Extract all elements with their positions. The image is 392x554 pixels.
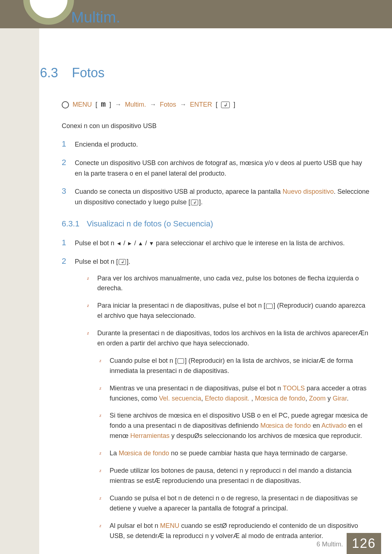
z-list: z Para ver los archivos manualmente, uno… — [87, 274, 370, 349]
step-number: 3 — [62, 186, 68, 208]
inner-z-item: z Cuando pulse el bot n [] (Reproducir) … — [99, 356, 370, 376]
menu-path: MENU [ m ] → Multim. → Fotos → ENTER [ ↲… — [62, 100, 370, 109]
arrow-3: → — [180, 101, 186, 108]
z-text: Para iniciar la presentaci n de diaposit… — [97, 301, 370, 321]
step-3: 3 Cuando se conecta un dispositivo USB a… — [62, 186, 370, 208]
inner-z-item: z La Mœsica de fondo no se puede cambiar… — [99, 448, 370, 459]
iz2-s4: y — [326, 395, 332, 402]
step3-before: Cuando se conecta un dispositivo USB al … — [75, 188, 282, 195]
z-bullet: z — [99, 493, 103, 514]
step-text: Cuando se conecta un dispositivo USB al … — [75, 186, 370, 208]
iz2-s3: , — [305, 395, 309, 402]
step3-tail: ]. — [199, 198, 203, 206]
subsection-title: Visualizaci n de fotos (o Secuencia) — [87, 219, 213, 229]
step-list: 1 Encienda el producto. 2 Conecte un dis… — [62, 139, 370, 208]
iz2-h2: Efecto diaposit. — [205, 395, 249, 402]
iz7-pre: Al pulsar el bot n — [110, 522, 160, 529]
iz3-h2: Activado — [321, 422, 346, 429]
z-bullet: z — [99, 411, 103, 441]
enter-icon: ↲ — [191, 200, 198, 205]
z-text: Mientras ve una presentaci n de diaposit… — [110, 383, 370, 404]
sub-step-list: 1 Pulse el bot n ◄ / ► / ▲ / ▼ para sele… — [62, 238, 370, 548]
menu-label: MENU — [73, 101, 92, 108]
bracket-close-2: ] — [233, 101, 235, 108]
inner-z-item: z Puede utilizar los botones de pausa, d… — [99, 466, 370, 486]
inner-z-item: z Si tiene archivos de mœsica en el disp… — [99, 411, 370, 441]
bracket-close: ] — [109, 101, 111, 108]
page-number: 126 — [347, 533, 381, 554]
section-number: 6.3 — [40, 65, 62, 81]
step-text: Conecte un dispositivo USB con archivos … — [75, 158, 370, 179]
step-number: 1 — [62, 139, 68, 150]
z-text: Si tiene archivos de mœsica en el dispos… — [110, 411, 370, 441]
step-number: 2 — [62, 257, 68, 549]
inner-z-item: z Cuando se pulsa el bot n de detenci n … — [99, 493, 370, 514]
z-text: La Mœsica de fondo no se puede cambiar h… — [110, 448, 347, 459]
footer-label: 6 Multim. — [317, 541, 343, 548]
bracket-open-2: [ — [216, 101, 217, 108]
play-icon — [266, 304, 273, 309]
iz2-h1: Vel. secuencia — [159, 395, 201, 402]
step-text: Encienda el producto. — [75, 139, 138, 150]
z-bullet: z — [99, 383, 103, 404]
iz3-m1: en — [311, 422, 321, 429]
substep2-after: ]. — [127, 258, 130, 265]
inner-z-list: z Cuando pulse el bot n [] (Reproducir) … — [99, 356, 370, 541]
path-multim: Multim. — [125, 101, 146, 108]
iz4-h1: Mœsica de fondo — [119, 450, 169, 457]
section-header: 6.3 Fotos — [40, 65, 370, 81]
step-number: 2 — [62, 158, 68, 179]
z-text: Puede utilizar los botones de pausa, det… — [110, 466, 370, 486]
substep2-before: Pulse el bot n [ — [75, 258, 118, 265]
iz3-tail: y despuØs seleccionando los archivos de … — [170, 432, 362, 439]
step-2: 2 Conecte un dispositivo USB con archivo… — [62, 158, 370, 179]
z-text: Cuando pulse el bot n [] (Reproducir) en… — [110, 356, 370, 376]
z-bullet: z — [87, 274, 91, 294]
iz3-h1: Mœsica de fondo — [260, 422, 311, 429]
iz2-h4: Zoom — [309, 395, 326, 402]
path-fotos: Fotos — [160, 101, 176, 108]
z-item: z Para ver los archivos manualmente, uno… — [87, 274, 370, 294]
bracket-open: [ — [95, 101, 97, 108]
z-text: Cuando se pulsa el bot n de detenci n o … — [110, 493, 370, 514]
sub-step-2: 2 Pulse el bot n [↲]. z Para ver los arc… — [62, 257, 370, 549]
z-bullet: z — [99, 466, 103, 486]
z-bullet: z — [99, 356, 103, 376]
chapter-title: Multim. — [71, 9, 120, 26]
content-area: 6.3 Fotos MENU [ m ] → Multim. → Fotos →… — [39, 65, 370, 551]
play-icon — [177, 358, 184, 364]
iz2-s2: , — [249, 395, 255, 402]
step3-highlight: Nuevo dispositivo — [282, 188, 334, 195]
enter-icon: ↲ — [119, 259, 126, 265]
iz2-pre: Mientras ve una presentaci n de diaposit… — [110, 385, 283, 392]
iz3-h3: Herramientas — [130, 432, 170, 439]
inner-z-item: z Mientras ve una presentaci n de diapos… — [99, 383, 370, 404]
arrow-1: → — [115, 101, 121, 108]
iz2-s1: , — [201, 395, 205, 402]
footer: 6 Multim. 126 — [0, 533, 392, 554]
z-text: Para ver los archivos manualmente, uno c… — [97, 274, 370, 294]
sub-step-1: 1 Pulse el bot n ◄ / ► / ▲ / ▼ para sele… — [62, 238, 370, 249]
substep1-text: Pulse el bot n ◄ / ► / ▲ / ▼ para selecc… — [75, 239, 345, 247]
enter-icon: ↲ — [221, 102, 230, 108]
z-bullet: z — [87, 301, 91, 321]
iz2-tools: TOOLS — [283, 385, 305, 392]
subsection-header: 6.3.1 Visualizaci n de fotos (o Secuenci… — [62, 219, 370, 229]
z-bullet: z — [87, 328, 91, 349]
z-bullet: z — [99, 448, 103, 459]
iz4-tail: no se puede cambiar hasta que haya termi… — [169, 450, 347, 457]
iz2-h3: Mœsica de fondo — [255, 395, 305, 402]
iz4-pre: La — [110, 450, 119, 457]
step-text: Pulse el bot n [↲]. z Para ver los archi… — [75, 257, 370, 549]
iz1-pre: Cuando pulse el bot n [ — [110, 357, 177, 364]
step3-bracket: [ — [188, 198, 190, 206]
step-number: 1 — [62, 238, 68, 249]
iz2-h5: Girar — [332, 395, 347, 402]
z-text: Durante la presentaci n de diapositivas,… — [97, 328, 370, 349]
step-1: 1 Encienda el producto. — [62, 139, 370, 150]
path-circle-icon — [62, 101, 69, 108]
path-enter: ENTER — [190, 101, 212, 108]
arrow-2: → — [150, 101, 156, 108]
intro-text: Conexi n con un dispositivo USB — [62, 122, 370, 130]
iz7-h1: MENU — [160, 522, 179, 529]
